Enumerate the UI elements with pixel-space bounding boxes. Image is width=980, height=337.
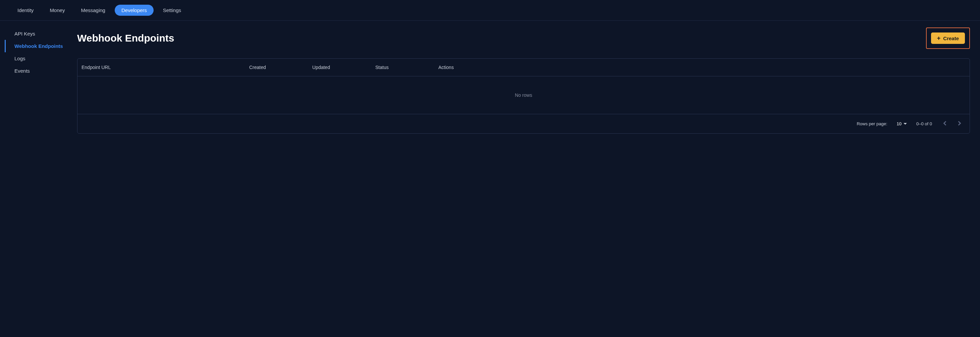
sidebar: API Keys Webhook Endpoints Logs Events bbox=[0, 27, 77, 134]
webhook-table: Endpoint URL Created Updated Status Acti… bbox=[77, 58, 970, 134]
sidebar-item-api-keys[interactable]: API Keys bbox=[5, 27, 77, 40]
plus-icon: + bbox=[937, 35, 941, 41]
page-header: Webhook Endpoints + Create bbox=[77, 27, 970, 49]
pagination-next-button[interactable] bbox=[956, 120, 963, 128]
column-header-endpoint-url: Endpoint URL bbox=[81, 65, 249, 70]
chevron-left-icon bbox=[943, 121, 947, 126]
table-empty-message: No rows bbox=[515, 92, 532, 98]
main-content: Webhook Endpoints + Create Endpoint URL … bbox=[77, 27, 980, 134]
chevron-down-icon bbox=[904, 123, 907, 125]
nav-identity[interactable]: Identity bbox=[11, 5, 40, 16]
rows-per-page-label: Rows per page: bbox=[857, 121, 887, 126]
table-body: No rows bbox=[78, 76, 970, 114]
sidebar-item-logs[interactable]: Logs bbox=[5, 52, 77, 65]
create-button-label: Create bbox=[943, 35, 959, 41]
column-header-status: Status bbox=[375, 65, 438, 70]
pagination-range: 0–0 of 0 bbox=[916, 121, 932, 126]
pagination-controls bbox=[942, 120, 963, 128]
nav-developers[interactable]: Developers bbox=[115, 5, 154, 16]
pagination-prev-button[interactable] bbox=[942, 120, 949, 128]
sidebar-item-events[interactable]: Events bbox=[5, 65, 77, 77]
sidebar-item-webhook-endpoints[interactable]: Webhook Endpoints bbox=[5, 40, 77, 52]
nav-messaging[interactable]: Messaging bbox=[74, 5, 112, 16]
rows-per-page-value: 10 bbox=[897, 121, 902, 126]
create-button[interactable]: + Create bbox=[931, 33, 965, 44]
create-highlight-box: + Create bbox=[926, 27, 970, 49]
top-nav: Identity Money Messaging Developers Sett… bbox=[0, 0, 980, 21]
rows-per-page-select[interactable]: 10 bbox=[897, 121, 907, 126]
column-header-created: Created bbox=[249, 65, 312, 70]
nav-money[interactable]: Money bbox=[43, 5, 72, 16]
chevron-right-icon bbox=[957, 121, 962, 126]
table-footer: Rows per page: 10 0–0 of 0 bbox=[78, 114, 970, 133]
column-header-updated: Updated bbox=[312, 65, 375, 70]
column-header-actions: Actions bbox=[438, 65, 966, 70]
nav-settings[interactable]: Settings bbox=[156, 5, 188, 16]
page-title: Webhook Endpoints bbox=[77, 33, 174, 44]
table-header-row: Endpoint URL Created Updated Status Acti… bbox=[78, 59, 970, 76]
